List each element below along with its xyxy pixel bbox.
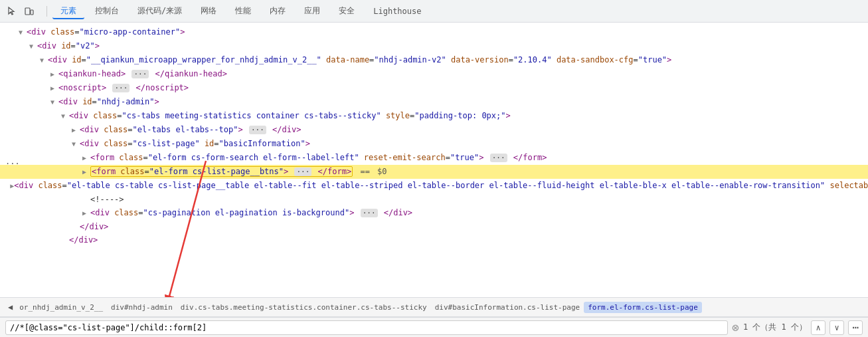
breadcrumb-item-1[interactable]: div#nhdj-admin xyxy=(107,302,177,313)
clear-xpath-button[interactable]: ⊗ xyxy=(732,320,739,334)
tab-console[interactable]: 控制台 xyxy=(87,3,127,19)
dom-line[interactable]: <div id="__qiankun_microapp_wrapper_for_… xyxy=(0,53,868,67)
triangle-icon[interactable] xyxy=(82,166,90,178)
match-count: 1 个（共 1 个） xyxy=(743,322,807,333)
dom-line-content: <form class="el-form cs-form-search el-f… xyxy=(90,152,547,164)
dom-line[interactable]: <form class="el-form cs-list-page__btns"… xyxy=(0,165,868,179)
xpath-input[interactable] xyxy=(5,320,728,335)
tab-lighthouse[interactable]: Lighthouse xyxy=(365,4,429,19)
breadcrumb-item-4[interactable]: form.el-form.cs-list-page xyxy=(584,302,702,313)
triangle-icon[interactable] xyxy=(19,26,27,39)
dom-line-content: </div> xyxy=(80,221,108,233)
dom-line[interactable]: <div class="cs-list-page" id="basicInfor… xyxy=(0,137,868,151)
triangle-icon[interactable] xyxy=(82,152,90,164)
dom-line[interactable]: <qiankun-head> ··· </qiankun-head> xyxy=(0,67,868,81)
dom-line-content: <!----> xyxy=(90,193,124,205)
dom-line-content: <div id="v2"> xyxy=(37,40,100,52)
dom-line[interactable]: <noscript> ··· </noscript> xyxy=(0,81,868,95)
dom-line-content: <div id="__qiankun_microapp_wrapper_for_… xyxy=(48,54,671,66)
dom-line-content: <qiankun-head> ··· </qiankun-head> xyxy=(58,68,227,80)
dom-line[interactable]: <!----> xyxy=(0,193,868,206)
bottom-bar: ⊗ 1 个（共 1 个） ∧ ∨ ⋯ xyxy=(0,317,868,337)
dom-line-content: <noscript> ··· </noscript> xyxy=(58,82,189,94)
dom-line[interactable]: <div class="micro-app-container"> xyxy=(0,25,868,39)
breadcrumb-scroll-left[interactable]: ◀ xyxy=(5,302,15,312)
breadcrumb-item-3[interactable]: div#basicInformation.cs-list-page xyxy=(431,302,584,313)
more-options-button[interactable]: ⋯ xyxy=(848,320,863,335)
dom-line[interactable]: <div class="el-tabs el-tabs--top"> ··· <… xyxy=(0,123,868,137)
dom-line[interactable]: <div id="nhdj-admin"> xyxy=(0,95,868,109)
dom-tree: <div class="micro-app-container"> <div i… xyxy=(0,23,868,297)
tab-network[interactable]: 网络 xyxy=(193,3,224,19)
dom-line-content: <div class="cs-list-page" id="basicInfor… xyxy=(80,138,310,150)
triangle-icon[interactable] xyxy=(50,96,58,108)
dom-line-content: <div class="micro-app-container"> xyxy=(27,26,185,38)
toolbar: 元素 控制台 源代码/来源 网络 性能 内存 应用 安全 Lighthouse xyxy=(0,0,868,23)
tab-performance[interactable]: 性能 xyxy=(227,3,259,19)
tab-security[interactable]: 安全 xyxy=(331,3,363,19)
dom-line-content: <div class="cs-pagination el-pagination … xyxy=(90,207,412,219)
dom-line-content: <div id="nhdj-admin"> xyxy=(58,96,159,108)
separator xyxy=(46,6,47,17)
nav-up-button[interactable]: ∧ xyxy=(811,320,825,335)
tab-sources[interactable]: 源代码/来源 xyxy=(130,3,190,19)
dom-line[interactable]: </div> xyxy=(0,220,868,233)
triangle-icon[interactable] xyxy=(72,138,80,150)
triangle-icon[interactable] xyxy=(50,68,58,80)
devtools-icons xyxy=(5,5,36,18)
dom-line-content: <div class="cs-tabs meeting-statistics c… xyxy=(69,110,511,122)
svg-rect-0 xyxy=(25,8,30,15)
breadcrumb-bar: ◀ or_nhdj_admin_v_2__ div#nhdj-admin div… xyxy=(0,297,868,317)
dom-line[interactable]: <div class="el-table cs-table cs-list-pa… xyxy=(0,179,868,193)
breadcrumb-item-0[interactable]: or_nhdj_admin_v_2__ xyxy=(15,302,107,313)
triangle-icon[interactable] xyxy=(72,124,80,136)
tab-elements[interactable]: 元素 xyxy=(52,3,84,19)
dom-line[interactable]: </div> xyxy=(0,233,868,247)
svg-rect-1 xyxy=(31,10,33,15)
triangle-icon[interactable] xyxy=(82,207,90,219)
dom-line-content: <form class="el-form cs-list-page__btns"… xyxy=(90,166,387,178)
breadcrumb-item-2[interactable]: div.cs-tabs.meeting-statistics.container… xyxy=(177,302,431,313)
cursor-inspect-icon[interactable] xyxy=(5,5,19,18)
dom-line[interactable]: <div id="v2"> xyxy=(0,39,868,53)
triangle-icon[interactable] xyxy=(29,40,37,53)
device-icon[interactable] xyxy=(23,5,36,18)
tab-memory[interactable]: 内存 xyxy=(262,3,294,19)
nav-down-button[interactable]: ∨ xyxy=(829,320,844,335)
dom-line[interactable]: <div class="cs-tabs meeting-statistics c… xyxy=(0,109,868,123)
dom-line-content: <div class="el-table cs-table cs-list-pa… xyxy=(14,179,868,192)
dom-line[interactable]: <form class="el-form cs-form-search el-f… xyxy=(0,151,868,165)
dom-line[interactable]: <div class="cs-pagination el-pagination … xyxy=(0,206,868,220)
dom-line-content: </div> xyxy=(69,234,98,246)
dom-line-content: <div class="el-tabs el-tabs--top"> ··· <… xyxy=(80,124,301,136)
triangle-icon[interactable] xyxy=(61,110,69,122)
dom-tree-wrapper: ... <div class="micro-app-container"> <d… xyxy=(0,23,868,297)
triangle-icon[interactable] xyxy=(40,54,48,66)
tab-application[interactable]: 应用 xyxy=(296,3,328,19)
triangle-icon[interactable] xyxy=(50,82,58,94)
